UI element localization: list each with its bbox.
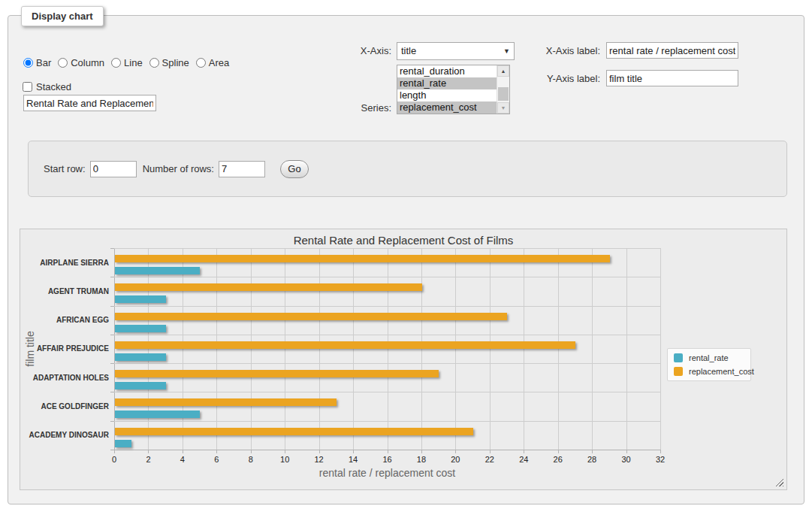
x-axis-title: rental rate / replacement cost [114,467,660,479]
category-tick-mark [110,277,114,277]
horizontal-gridline [114,306,660,307]
row-controls-panel: Start row: Number of rows: Go [28,141,787,197]
vertical-gridline [216,248,217,450]
x-axis-select[interactable]: title ▼ [397,42,515,60]
legend-label: replacement_cost [689,367,754,376]
category-label: ACADEMY DINOSAUR [26,421,109,450]
category-label: AFFAIR PREJUDICE [26,335,109,363]
chart-type-option-area[interactable]: Area [196,57,229,68]
legend-item-rental_rate[interactable]: rental_rate [674,353,744,362]
bar-replacement_cost [115,370,439,377]
vertical-gridline [251,248,252,450]
x-axis-line [114,450,660,450]
chart-legend: rental_ratereplacement_cost [667,348,751,381]
x-tick-label: 30 [615,455,638,464]
stacked-checkbox-row[interactable]: Stacked [23,81,71,92]
radio-area[interactable] [196,58,206,68]
radio-label: Column [71,57,104,68]
horizontal-gridline [114,392,660,392]
category-label: AGENT TRUMAN [26,277,109,305]
chart-type-option-line[interactable]: Line [111,57,143,68]
category-tick-mark [110,335,114,335]
stacked-checkbox[interactable] [23,82,32,92]
bar-replacement_cost [115,341,575,349]
bar-rental_rate [115,382,166,389]
vertical-gridline [558,248,559,450]
scrollbar-track[interactable] [497,77,509,102]
vertical-gridline [148,248,149,450]
vertical-gridline [524,248,524,450]
radio-label: Area [209,57,229,68]
series-listbox[interactable]: rental_durationrental_ratelengthreplacem… [397,65,510,114]
category-label: AFRICAN EGG [26,306,109,335]
bar-replacement_cost [115,313,507,320]
bar-replacement_cost [115,428,473,435]
vertical-gridline [421,248,422,450]
scrollbar[interactable]: ▲ ▼ [497,65,509,114]
legend-swatch-replacement_cost [674,367,683,376]
x-tick-label: 28 [581,455,603,464]
x-tick-label: 14 [342,455,364,464]
radio-column[interactable] [58,58,68,68]
number-of-rows-input[interactable] [219,161,265,177]
start-row-input[interactable] [90,161,137,177]
scrollbar-thumb[interactable] [498,87,509,101]
bar-rental_rate [115,440,131,447]
fieldset-legend: Display chart [21,6,104,26]
category-label: ADAPTATION HOLES [26,363,109,392]
x-tick-label: 12 [308,455,331,464]
x-axis-select-label: X-Axis: [331,45,391,56]
chart-panel: Rental Rate and Replacement Cost of Film… [20,229,787,490]
x-axis-label-input[interactable] [606,42,738,59]
category-tick-mark [110,248,114,249]
vertical-gridline [183,248,183,450]
series-label: Series: [331,102,391,114]
scroll-up-icon[interactable]: ▲ [497,65,509,77]
horizontal-gridline [114,421,660,422]
x-tick-label: 20 [444,455,466,464]
radio-bar[interactable] [23,58,33,68]
series-option-replacement_cost[interactable]: replacement_cost [397,101,497,114]
x-tick-label: 26 [547,455,569,464]
go-button[interactable]: Go [280,160,309,178]
vertical-gridline [455,248,456,450]
x-tick-label: 18 [410,455,433,464]
series-option-rental_duration[interactable]: rental_duration [397,65,497,77]
chart-title-input[interactable] [23,95,156,111]
category-tick-mark [110,392,114,392]
radio-label: Spline [162,57,189,68]
dropdown-arrow-icon: ▼ [503,47,510,55]
resize-grip-icon[interactable] [774,477,783,486]
y-axis-label-field-label: Y-Axis label: [534,73,600,84]
x-tick-label: 4 [171,455,194,464]
series-options: rental_durationrental_ratelengthreplacem… [397,65,497,114]
bar-replacement_cost [115,255,610,262]
radio-line[interactable] [111,58,121,68]
legend-item-replacement_cost[interactable]: replacement_cost [674,367,744,376]
bar-rental_rate [115,411,200,418]
horizontal-gridline [114,363,660,364]
chart-type-option-column[interactable]: Column [58,57,104,68]
category-label: ACE GOLDFINGER [26,392,109,420]
display-chart-fieldset: BarColumnLineSplineArea Stacked X-Axis: … [8,15,804,504]
x-tick-label: 32 [649,455,672,464]
vertical-gridline [660,248,661,450]
vertical-gridline [592,248,593,450]
vertical-gridline [285,248,285,450]
chart-type-option-bar[interactable]: Bar [23,57,51,68]
y-axis-label-input[interactable] [606,70,738,86]
vertical-gridline [626,248,627,450]
start-row-label: Start row: [44,163,86,174]
series-option-length[interactable]: length [397,89,497,101]
radio-label: Line [124,57,143,68]
horizontal-gridline [114,335,660,335]
scroll-down-icon[interactable]: ▼ [497,102,509,114]
radio-spline[interactable] [149,58,159,68]
bar-replacement_cost [115,283,422,291]
series-option-rental_rate[interactable]: rental_rate [397,77,497,89]
chart-type-option-spline[interactable]: Spline [149,57,189,68]
bar-rental_rate [115,325,166,332]
legend-swatch-rental_rate [674,353,683,362]
bar-rental_rate [115,267,200,274]
stacked-label: Stacked [36,81,71,92]
